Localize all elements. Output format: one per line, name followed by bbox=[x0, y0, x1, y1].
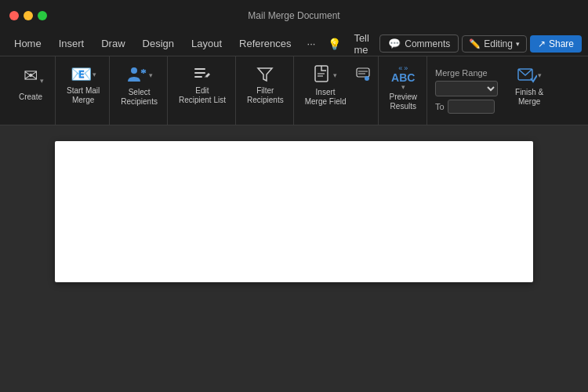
ribbon-group-finish-merge-items: ▾ Finish &Merge bbox=[510, 61, 548, 125]
window-controls[interactable] bbox=[9, 11, 47, 20]
ribbon-group-select-recipients: ▾ SelectRecipients bbox=[111, 56, 168, 125]
ribbon-group-filter-recipients-items: FilterRecipients bbox=[242, 61, 289, 125]
insert-field-icon bbox=[314, 64, 332, 86]
start-mail-merge-button[interactable]: 📧 ▾ Start MailMerge bbox=[62, 61, 104, 108]
menu-draw[interactable]: Draw bbox=[93, 34, 132, 53]
ribbon-group-start-mail-merge: 📧 ▾ Start MailMerge bbox=[57, 56, 110, 125]
minimize-button[interactable] bbox=[24, 11, 33, 20]
dropdown-arrow-icon: ▾ bbox=[93, 71, 96, 78]
highlight-fields-button[interactable] bbox=[353, 64, 373, 85]
filter-recipients-label: FilterRecipients bbox=[247, 86, 284, 105]
svg-rect-5 bbox=[194, 72, 205, 74]
svg-rect-10 bbox=[357, 68, 369, 77]
ribbon: ✉ ▾ Create 📧 ▾ Start MailMerge bbox=[0, 56, 588, 125]
preview-results-label: PreviewResults bbox=[390, 93, 418, 111]
preview-icon-box: « » ABC ▾ bbox=[391, 64, 415, 91]
svg-point-13 bbox=[365, 76, 369, 81]
create-button[interactable]: ✉ ▾ Create bbox=[11, 61, 50, 107]
ribbon-group-edit-recipient-list: EditRecipient List bbox=[169, 56, 236, 125]
merge-to-row: To bbox=[435, 100, 495, 114]
insert-merge-field-button[interactable]: ▾ InsertMerge Field bbox=[300, 61, 351, 110]
filter-recipients-button[interactable]: FilterRecipients bbox=[242, 61, 289, 108]
svg-rect-6 bbox=[194, 76, 202, 78]
ribbon-group-insert-merge-field-items: ▾ InsertMerge Field bbox=[300, 61, 373, 125]
merge-range-select[interactable] bbox=[435, 81, 498, 96]
ribbon-group-create: ✉ ▾ Create bbox=[6, 56, 56, 125]
menu-home[interactable]: Home bbox=[6, 34, 49, 53]
start-mail-merge-label: Start MailMerge bbox=[67, 86, 100, 105]
menu-insert[interactable]: Insert bbox=[51, 34, 93, 53]
menu-references[interactable]: References bbox=[231, 34, 299, 53]
merge-to-input[interactable] bbox=[448, 100, 495, 114]
dropdown-arrow-icon: ▾ bbox=[149, 71, 153, 79]
finish-merge-icon bbox=[517, 64, 537, 86]
insert-merge-field-label: InsertMerge Field bbox=[305, 88, 347, 107]
comments-icon: 💬 bbox=[388, 38, 401, 49]
ribbon-group-start-mail-merge-items: 📧 ▾ Start MailMerge bbox=[62, 61, 104, 125]
title-bar: Mail Merge Document bbox=[0, 0, 588, 31]
recipients-icon bbox=[126, 64, 148, 86]
select-recipients-button[interactable]: ▾ SelectRecipients bbox=[116, 61, 162, 110]
ribbon-group-preview-results-items: « » ABC ▾ PreviewResults bbox=[385, 61, 423, 125]
tell-me-input[interactable]: Tell me bbox=[347, 29, 378, 59]
dropdown-arrow-icon: ▾ bbox=[538, 71, 542, 79]
comments-button[interactable]: 💬 Comments bbox=[379, 34, 459, 53]
maximize-button[interactable] bbox=[38, 11, 47, 20]
menu-right-actions: 💬 Comments ✏️ Editing ▾ ↗ Share bbox=[379, 34, 582, 53]
window-title: Mail Merge Document bbox=[248, 10, 339, 21]
menu-design[interactable]: Design bbox=[135, 34, 182, 53]
select-recipients-label: SelectRecipients bbox=[121, 88, 158, 107]
merge-range-section: Merge Range To bbox=[429, 56, 504, 125]
menu-layout[interactable]: Layout bbox=[183, 34, 230, 53]
edit-recipient-list-label: EditRecipient List bbox=[179, 86, 226, 105]
pencil-icon: ✏️ bbox=[469, 38, 481, 49]
chevron-down-icon: ▾ bbox=[516, 40, 520, 48]
ribbon-group-edit-recipient-list-items: EditRecipient List bbox=[174, 61, 230, 125]
editing-button[interactable]: ✏️ Editing ▾ bbox=[462, 35, 527, 53]
share-button[interactable]: ↗ Share bbox=[530, 35, 582, 53]
edit-recipient-list-button[interactable]: EditRecipient List bbox=[174, 61, 230, 108]
ribbon-group-filter-recipients: FilterRecipients bbox=[238, 56, 294, 125]
finish-merge-label: Finish &Merge bbox=[515, 88, 543, 107]
preview-results-button[interactable]: « » ABC ▾ PreviewResults bbox=[385, 61, 423, 114]
menu-bar: Home Insert Draw Design Layout Reference… bbox=[0, 31, 588, 56]
envelope-icon: ✉ bbox=[24, 66, 38, 86]
dropdown-arrow-icon: ▾ bbox=[40, 77, 44, 85]
ribbon-group-preview-results: « » ABC ▾ PreviewResults bbox=[380, 56, 428, 125]
menu-more[interactable]: ··· bbox=[301, 34, 322, 53]
close-button[interactable] bbox=[9, 11, 19, 20]
ribbon-group-create-items: ✉ ▾ Create bbox=[11, 61, 50, 125]
finish-merge-button[interactable]: ▾ Finish &Merge bbox=[510, 61, 548, 110]
document-area bbox=[0, 125, 588, 298]
filter-icon bbox=[255, 64, 275, 85]
svg-rect-4 bbox=[194, 68, 205, 70]
edit-list-icon bbox=[192, 64, 212, 85]
share-icon: ↗ bbox=[538, 38, 546, 49]
merge-to-label: To bbox=[435, 102, 445, 111]
ribbon-group-insert-merge-field: ▾ InsertMerge Field bbox=[296, 56, 379, 125]
ribbon-group-finish-merge: ▾ Finish &Merge bbox=[506, 56, 553, 125]
create-label: Create bbox=[19, 93, 42, 102]
highlight-icon bbox=[356, 67, 370, 82]
merge-range-label: Merge Range bbox=[435, 68, 488, 78]
ribbon-group-select-recipients-items: ▾ SelectRecipients bbox=[116, 61, 162, 125]
svg-point-0 bbox=[131, 67, 137, 74]
lightbulb-icon: 💡 bbox=[323, 34, 346, 53]
dropdown-arrow-icon: ▾ bbox=[333, 71, 337, 79]
mail-merge-icon: 📧 bbox=[71, 64, 92, 85]
document-page bbox=[55, 141, 533, 282]
